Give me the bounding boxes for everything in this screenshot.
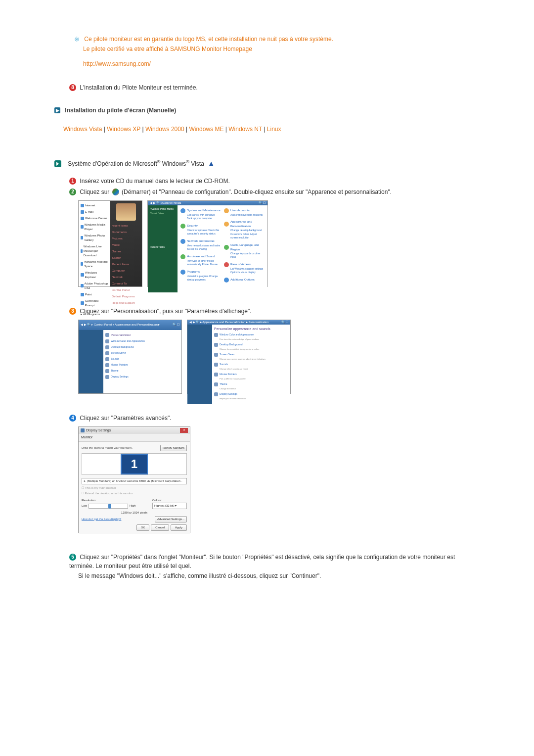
step-2-text-mid: (Démarrer) et "Panneau de configuration"… <box>122 189 392 195</box>
vista-orb-icon <box>112 189 119 195</box>
link-nt[interactable]: Windows NT <box>228 126 262 133</box>
play-icon <box>54 160 61 167</box>
screenshot-row-3: Display Settings✕ Monitor Drag the icons… <box>78 426 475 533</box>
num-3: 3 <box>69 308 76 315</box>
certified-note: ※ Ce pilote moniteur est en garantie du … <box>74 35 475 68</box>
step-8-text: L'installation du Pilote Moniteur est te… <box>80 84 197 91</box>
samsung-url[interactable]: http://www.samsung.com/ <box>83 59 151 68</box>
step-number-8: 8 <box>69 84 76 91</box>
cancel-button[interactable]: Cancel <box>151 524 169 531</box>
apply-button[interactable]: Apply <box>171 524 187 531</box>
link-me[interactable]: Windows ME <box>189 126 223 133</box>
identify-button[interactable]: Identify Monitors <box>160 445 187 451</box>
step-1-text: Insérez votre CD du manuel dans le lecte… <box>80 178 229 185</box>
step-5-text2: Si le message "Windows doit..." s'affich… <box>78 571 475 580</box>
num-1: 1 <box>69 178 76 185</box>
monitor-dropdown[interactable]: 1. (Multiple Monitors) on NVIDIA GeForce… <box>82 478 187 484</box>
vista-title: Système d'Opération de Microsoft® Window… <box>68 160 206 167</box>
link-vista[interactable]: Windows Vista <box>63 126 102 133</box>
screenshot-row-2: ◀ ▶ 🔍 ▸ Control Panel ▸ Appearance and P… <box>78 320 475 394</box>
screenshot-controlpanel: ◀ ▶ 🔍 ▸ Control Panel ▸🔍 ☐ • Control Pan… <box>147 200 268 287</box>
note-line2: Le pilote certifié va etre affiché à SAM… <box>83 45 252 53</box>
step-8: 8 L'installation du Pilote Moniteur est … <box>69 83 475 92</box>
step-4: 4 Cliquez sur "Paramètres avancés". <box>69 414 475 423</box>
step-5: 5 Cliquez sur "Propriétés" dans l'onglet… <box>69 553 475 570</box>
link-linux[interactable]: Linux <box>267 126 281 133</box>
step-3: 3 Cliquez sur "Personnalisation", puis s… <box>69 307 475 316</box>
num-4: 4 <box>69 415 76 422</box>
step-1: 1 Insérez votre CD du manuel dans le lec… <box>69 177 475 186</box>
up-arrow-icon[interactable]: ▲ <box>208 159 215 167</box>
resolution-slider[interactable] <box>89 504 128 509</box>
screenshot-personalize-2: ◀ ▶ 🔍 ▸ Appearance and Personalization ▸… <box>187 320 291 394</box>
screenshot-row-1: Internet E-mail Welcome Center Windows M… <box>78 200 475 287</box>
screenshot-startmenu: Internet E-mail Welcome Center Windows M… <box>78 200 142 287</box>
step-4-text: Cliquez sur "Paramètres avancés". <box>80 415 171 422</box>
ok-button[interactable]: OK <box>136 524 150 531</box>
step-2: 2 Cliquez sur (Démarrer) et "Panneau de … <box>69 188 475 196</box>
step-5-text: Cliquez sur "Propriétés" dans l'onglet "… <box>69 554 455 569</box>
num-5: 5 <box>69 554 76 561</box>
screenshot-personalize-1: ◀ ▶ 🔍 ▸ Control Panel ▸ Appearance and P… <box>78 320 182 394</box>
manual-install-heading: ▶ Installation du pilote d'écran (Manuel… <box>54 106 475 115</box>
step-3-text: Cliquez sur "Personnalisation", puis sur… <box>80 308 251 315</box>
num-2: 2 <box>69 189 76 195</box>
vista-section: Système d'Opération de Microsoft® Window… <box>54 158 475 580</box>
help-link[interactable]: How do I get the best display? <box>82 517 121 521</box>
link-xp[interactable]: Windows XP <box>107 126 140 133</box>
step-2-text-pre: Cliquez sur <box>80 189 111 195</box>
section-arrow-icon: ▶ <box>54 107 60 113</box>
os-links-row: Windows Vista | Windows XP | Windows 200… <box>63 125 475 134</box>
screenshot-display-settings: Display Settings✕ Monitor Drag the icons… <box>78 426 190 533</box>
note-bullet-icon: ※ <box>74 35 80 45</box>
advanced-button[interactable]: Advanced Settings... <box>155 516 187 522</box>
color-dropdown[interactable]: Highest (32 bit) ▾ <box>152 503 187 509</box>
note-line1: Ce pilote moniteur est en garantie du lo… <box>84 36 333 43</box>
heading-text: Installation du pilote d'écran (Manuelle… <box>65 107 176 114</box>
link-2000[interactable]: Windows 2000 <box>145 126 184 133</box>
